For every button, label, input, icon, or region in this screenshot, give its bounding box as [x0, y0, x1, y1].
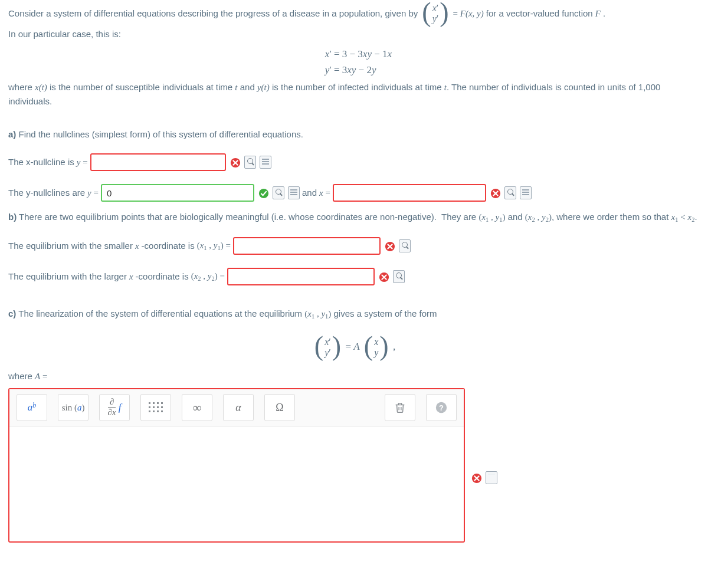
svg-text:?: ?: [439, 403, 444, 412]
system-equations: x′ = 3 − 3xy − 1x y′ = 3xy − 2y: [8, 46, 700, 78]
tool-matrix-button[interactable]: [140, 394, 171, 421]
c-where-A: where A =: [8, 369, 700, 383]
b-eq1-row: The equilibrium with the smaller x-coord…: [8, 237, 700, 255]
intro-where: where x(t) is the number of susceptible …: [8, 80, 700, 109]
b-eq1-input[interactable]: [233, 237, 381, 255]
preview-icon[interactable]: [273, 186, 284, 199]
equals-F: = F(x, y): [453, 6, 484, 21]
intro-line-2: In our particular case, this is:: [8, 27, 700, 41]
tool-clear-button[interactable]: [385, 394, 415, 421]
incorrect-icon: [489, 186, 501, 200]
scratch-icon[interactable]: [486, 471, 497, 484]
tool-exponent-button[interactable]: ab: [17, 394, 47, 421]
editor-canvas[interactable]: [9, 426, 464, 541]
incorrect-icon: [228, 155, 241, 169]
tool-infinity-button[interactable]: ∞: [182, 394, 212, 421]
part-b-prompt: b) There are two equilibrium points that…: [8, 210, 700, 225]
intro-text-1: Consider a system of differential equati…: [8, 6, 418, 21]
preview-icon[interactable]: [399, 239, 411, 252]
b-eq2-input[interactable]: [227, 268, 375, 285]
a-xnullcline-row: The x-nullcline is y =: [8, 153, 700, 171]
c-matrix-editor[interactable]: ab sin (a) ∂∂x f ∞ α Ω ?: [8, 388, 465, 543]
a-ynullcline-y-input[interactable]: [101, 184, 254, 202]
preview-icon[interactable]: [504, 186, 516, 199]
vector-xprime-yprime: ( x′y′ ): [422, 2, 448, 25]
b-eq2-row: The equilibrium with the larger x-coordi…: [8, 268, 700, 285]
incorrect-icon: [383, 239, 395, 253]
a-ynullcline-x-input[interactable]: [333, 184, 486, 202]
tool-derivative-button[interactable]: ∂∂x f: [99, 394, 130, 421]
tool-omega-button[interactable]: Ω: [264, 394, 295, 421]
intro-text-2: for a vector-valued function: [486, 6, 593, 21]
part-c-prompt: c) The linearization of the system of di…: [8, 307, 700, 322]
eq1: = 3 − 3xy − 1x: [334, 46, 392, 62]
c-linearization-eq: ( x′y′ ) = A ( xy ) ,: [8, 336, 700, 359]
pad-icon[interactable]: [260, 156, 271, 169]
a-ynullclines-row: The y-nullclines are y = and x =: [8, 184, 700, 202]
tool-help-button[interactable]: ?: [426, 394, 457, 421]
correct-icon: [257, 186, 269, 200]
preview-icon[interactable]: [393, 270, 405, 283]
intro-line-1: Consider a system of differential equati…: [8, 2, 700, 25]
pad-icon[interactable]: [288, 186, 300, 199]
editor-toolbar: ab sin (a) ∂∂x f ∞ α Ω ?: [9, 389, 464, 426]
intro-F: F: [595, 6, 601, 21]
a-xnullcline-input[interactable]: [90, 153, 226, 171]
preview-icon[interactable]: [244, 156, 256, 169]
part-a-prompt: a) Find the nullclines (simplest form) o…: [8, 127, 700, 142]
incorrect-icon: [470, 471, 482, 485]
tool-trig-button[interactable]: sin (a): [58, 394, 88, 421]
pad-icon[interactable]: [520, 186, 532, 199]
tool-alpha-button[interactable]: α: [223, 394, 254, 421]
eq2: = 3xy − 2y: [334, 62, 376, 78]
incorrect-icon: [377, 270, 389, 284]
